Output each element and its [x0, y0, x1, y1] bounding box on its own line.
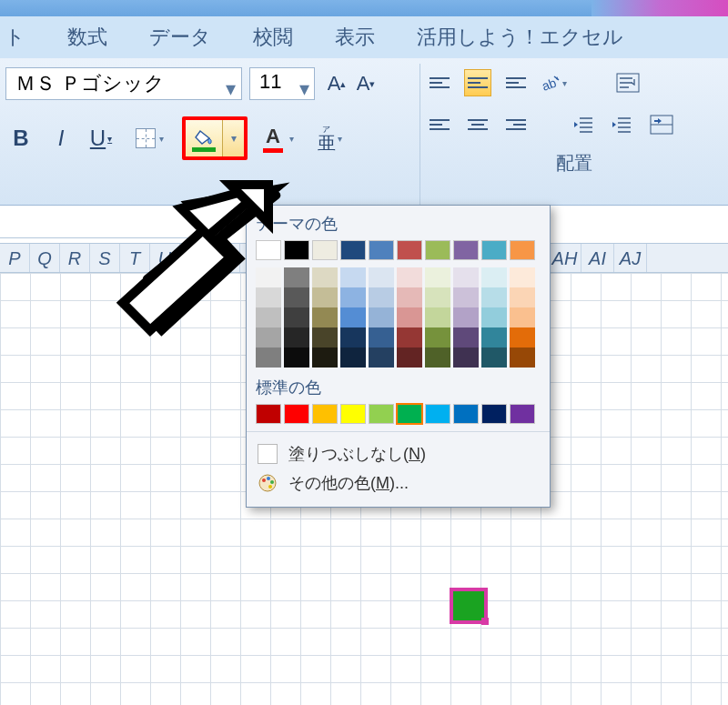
- no-fill-item[interactable]: 塗りつぶしなし(N): [256, 439, 541, 468]
- color-swatch[interactable]: [481, 347, 507, 368]
- align-left-button[interactable]: [426, 111, 453, 138]
- color-swatch[interactable]: [312, 307, 338, 327]
- color-swatch[interactable]: [312, 267, 338, 287]
- tab-partial[interactable]: ト: [5, 24, 25, 51]
- align-middle-button[interactable]: [464, 69, 491, 96]
- color-swatch[interactable]: [312, 327, 338, 347]
- color-swatch[interactable]: [397, 404, 422, 424]
- color-swatch[interactable]: [397, 307, 422, 327]
- tab-tips[interactable]: 活用しよう！エクセル: [417, 24, 623, 51]
- color-swatch[interactable]: [453, 287, 479, 307]
- color-swatch[interactable]: [340, 287, 366, 307]
- color-swatch[interactable]: [256, 404, 281, 424]
- color-swatch[interactable]: [510, 327, 535, 347]
- color-swatch[interactable]: [369, 327, 394, 347]
- color-swatch[interactable]: [397, 287, 422, 307]
- chevron-down-icon: ▾: [289, 134, 302, 144]
- color-swatch[interactable]: [369, 267, 394, 287]
- align-center-button[interactable]: [464, 111, 491, 138]
- color-swatch[interactable]: [312, 287, 338, 307]
- tab-view[interactable]: 表示: [335, 24, 375, 51]
- column-header[interactable]: AH: [549, 244, 581, 272]
- color-swatch[interactable]: [510, 267, 535, 287]
- align-top-button[interactable]: [426, 69, 453, 96]
- color-swatch[interactable]: [340, 307, 366, 327]
- align-right-button[interactable]: [502, 111, 530, 138]
- color-swatch[interactable]: [481, 267, 507, 287]
- color-swatch[interactable]: [510, 347, 535, 368]
- color-swatch[interactable]: [453, 327, 479, 347]
- phonetic-button[interactable]: ア 亜 ▾: [311, 123, 348, 154]
- borders-button[interactable]: ▾: [126, 123, 173, 154]
- color-swatch[interactable]: [425, 307, 450, 327]
- color-swatch[interactable]: [425, 404, 450, 424]
- color-swatch[interactable]: [397, 267, 422, 287]
- color-swatch[interactable]: [369, 240, 394, 260]
- fill-color-main[interactable]: [186, 126, 222, 152]
- wrap-text-button[interactable]: [613, 67, 642, 98]
- color-swatch[interactable]: [340, 327, 366, 347]
- column-header[interactable]: R: [60, 244, 90, 272]
- color-swatch[interactable]: [453, 307, 479, 327]
- color-swatch[interactable]: [453, 404, 479, 424]
- color-swatch[interactable]: [425, 267, 450, 287]
- color-swatch[interactable]: [425, 240, 450, 260]
- color-swatch[interactable]: [453, 347, 479, 368]
- merge-cells-button[interactable]: [646, 109, 677, 140]
- decrease-indent-button[interactable]: [570, 111, 597, 138]
- grow-font-button[interactable]: A▴: [322, 68, 351, 99]
- font-name-select[interactable]: ＭＳ Ｐゴシック ▾: [5, 67, 242, 100]
- italic-button[interactable]: I: [46, 123, 76, 154]
- color-swatch[interactable]: [397, 327, 422, 347]
- color-swatch[interactable]: [369, 404, 394, 424]
- color-swatch[interactable]: [510, 307, 535, 327]
- fill-color-button[interactable]: ▾: [182, 116, 248, 160]
- color-swatch[interactable]: [340, 347, 366, 368]
- color-swatch[interactable]: [340, 267, 366, 287]
- font-size-select[interactable]: 11 ▾: [249, 67, 315, 100]
- fill-color-dropdown[interactable]: ▾: [222, 120, 244, 156]
- color-swatch[interactable]: [312, 347, 338, 368]
- orientation-button[interactable]: ab ▾: [541, 73, 573, 93]
- color-swatch[interactable]: [284, 404, 309, 424]
- color-swatch[interactable]: [312, 240, 338, 260]
- color-swatch[interactable]: [481, 307, 507, 327]
- color-swatch[interactable]: [481, 287, 507, 307]
- color-swatch[interactable]: [453, 240, 479, 260]
- shrink-font-button[interactable]: A▾: [351, 68, 380, 99]
- column-header[interactable]: AI: [581, 244, 614, 272]
- column-header[interactable]: AJ: [614, 244, 647, 272]
- tab-data[interactable]: データ: [149, 24, 211, 51]
- color-swatch[interactable]: [340, 240, 366, 260]
- color-swatch[interactable]: [453, 267, 479, 287]
- increase-indent-button[interactable]: [608, 111, 635, 138]
- color-swatch[interactable]: [510, 287, 535, 307]
- font-color-button[interactable]: A ▾: [257, 123, 302, 154]
- font-color-letter: A: [266, 125, 280, 148]
- color-swatch[interactable]: [397, 240, 422, 260]
- color-swatch[interactable]: [425, 327, 450, 347]
- color-swatch[interactable]: [369, 287, 394, 307]
- color-swatch[interactable]: [510, 240, 535, 260]
- color-swatch[interactable]: [425, 287, 450, 307]
- column-header[interactable]: Q: [30, 244, 60, 272]
- tab-review[interactable]: 校閲: [253, 24, 293, 51]
- color-swatch[interactable]: [369, 347, 394, 368]
- align-bottom-button[interactable]: [502, 69, 530, 96]
- selected-cell[interactable]: [450, 588, 488, 624]
- color-swatch[interactable]: [481, 404, 507, 424]
- color-swatch[interactable]: [481, 240, 507, 260]
- color-swatch[interactable]: [312, 404, 338, 424]
- color-swatch[interactable]: [340, 404, 366, 424]
- more-colors-item[interactable]: その他の色(M)...: [256, 468, 541, 498]
- color-swatch[interactable]: [397, 347, 422, 368]
- column-header[interactable]: P: [0, 244, 30, 272]
- tab-formulas[interactable]: 数式: [67, 24, 107, 51]
- color-swatch[interactable]: [481, 327, 507, 347]
- color-swatch[interactable]: [369, 307, 394, 327]
- color-swatch[interactable]: [425, 347, 450, 368]
- underline-button[interactable]: U▾: [86, 123, 116, 154]
- svg-point-4: [262, 478, 266, 482]
- color-swatch[interactable]: [510, 404, 535, 424]
- bold-button[interactable]: B: [5, 123, 36, 154]
